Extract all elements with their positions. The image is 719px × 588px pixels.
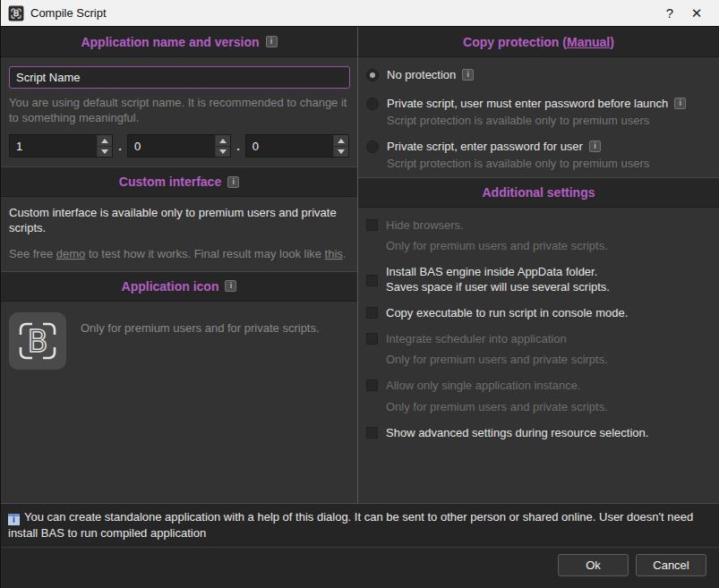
info-icon[interactable]: i <box>462 69 474 81</box>
additional-settings-body: Hide browsers. Only for premium users an… <box>358 208 719 444</box>
left-column: Application name and version i You are u… <box>1 27 358 503</box>
checkbox-label: Copy executable to run script in console… <box>386 306 628 320</box>
demo-text-post: . <box>343 247 347 260</box>
checkbox-advanced-settings[interactable]: Show advanced settings during resource s… <box>366 426 711 440</box>
manual-link[interactable]: Manual <box>567 35 610 49</box>
this-link[interactable]: this <box>325 247 343 260</box>
checkbox-premium-note: Only for premium users and private scrip… <box>386 400 711 413</box>
stepper-buttons[interactable] <box>97 135 112 157</box>
radio-no-protection[interactable]: No protectioni <box>366 68 711 81</box>
section-title: Application name and version <box>81 35 259 49</box>
radio-private-password-launch[interactable]: Private script, user must enter password… <box>366 97 711 110</box>
checkbox-console-mode[interactable]: Copy executable to run script in console… <box>366 306 711 320</box>
radio-label: Private script, user must enter password… <box>387 97 686 110</box>
checkbox-premium-note: Only for premium users and private scirp… <box>386 353 711 366</box>
checkbox-icon[interactable] <box>366 307 378 319</box>
arrow-down-icon <box>338 149 345 154</box>
checkbox-icon[interactable] <box>366 219 378 231</box>
custom-interface-text: Custom interface is available only to pr… <box>9 206 349 236</box>
titlebar: B Compile Script ? ✕ <box>1 0 719 27</box>
info-icon[interactable]: i <box>589 141 601 152</box>
version-minor-stepper[interactable]: 0 <box>127 134 231 158</box>
arrow-down-icon <box>101 149 108 154</box>
stepper-buttons[interactable] <box>215 135 230 157</box>
right-column: Copy protection (Manual) No protectioni … <box>358 27 719 503</box>
info-icon[interactable]: i <box>674 98 686 109</box>
version-dot: . <box>118 140 122 153</box>
checkbox-label-line2: Saves space if user will use several scr… <box>386 280 610 294</box>
svg-text:B: B <box>28 324 48 359</box>
custom-interface-body: Custom interface is available only to pr… <box>1 197 357 271</box>
arrow-up-icon <box>219 139 227 143</box>
stepper-up-button[interactable] <box>216 135 230 146</box>
demo-text-mid: to test how it works. Final result may l… <box>85 247 324 260</box>
stepper-up-button[interactable] <box>98 135 112 146</box>
checkbox-icon[interactable] <box>366 275 378 286</box>
version-patch-stepper[interactable]: 0 <box>245 134 349 158</box>
checkbox-premium-note: Only for premium users and private scrip… <box>386 239 711 252</box>
checkbox-label: Show advanced settings during resource s… <box>386 426 648 440</box>
stepper-down-button[interactable] <box>216 146 230 158</box>
version-row: 1 . 0 . <box>9 134 349 158</box>
stepper-buttons[interactable] <box>333 135 348 157</box>
version-major-stepper[interactable]: 1 <box>9 134 113 158</box>
radio-icon[interactable] <box>366 69 379 81</box>
stepper-up-button[interactable] <box>334 135 348 146</box>
radio-icon[interactable] <box>366 98 379 110</box>
dialog-info-bar: iYou can create standalone application w… <box>1 503 719 547</box>
arrow-down-icon <box>219 149 227 154</box>
compile-script-dialog: B Compile Script ? ✕ Application name an… <box>0 0 719 588</box>
info-icon[interactable]: i <box>227 176 239 188</box>
section-header-additional-settings: Additional settings <box>358 177 719 208</box>
copy-protection-body: No protectioni Private script, user must… <box>358 57 719 177</box>
stepper-down-button[interactable] <box>98 146 112 158</box>
checkbox-label: Hide browsers. <box>386 218 464 233</box>
custom-interface-demo-text: See free demo to test how it works. Fina… <box>9 247 349 262</box>
script-name-input[interactable] <box>9 66 350 89</box>
section-header-name-version: Application name and version i <box>1 27 357 57</box>
checkbox-label-line1: Install BAS engine inside AppData folder… <box>386 265 597 278</box>
dialog-footer: Ok Cancel <box>1 547 719 588</box>
radio-private-password-user[interactable]: Private script, enter password for useri <box>366 140 711 153</box>
main-area: Application name and version i You are u… <box>1 27 719 503</box>
checkbox-label: Install BAS engine inside AppData folder… <box>386 265 610 294</box>
section-title: Application icon <box>122 279 219 294</box>
application-icon-preview[interactable]: B <box>9 312 66 370</box>
app-logo-icon: B <box>8 5 24 21</box>
demo-link[interactable]: demo <box>56 247 86 260</box>
info-icon[interactable]: i <box>225 280 236 292</box>
svg-text:B: B <box>13 8 20 18</box>
tooltip-info-icon: i <box>8 514 20 525</box>
radio-label-text: Private script, user must enter password… <box>387 97 668 110</box>
close-button[interactable]: ✕ <box>683 2 710 25</box>
dialog-info-text: You can create standalone application wi… <box>8 510 693 540</box>
ok-button[interactable]: Ok <box>558 554 629 576</box>
application-icon-body: B Only for premium users and for private… <box>1 302 357 380</box>
demo-text-pre: See free <box>9 247 56 260</box>
section-title: Copy protection (Manual) <box>463 35 614 49</box>
help-button[interactable]: ? <box>656 2 683 25</box>
copy-protection-text: Copy protection ( <box>463 35 567 49</box>
checkbox-icon[interactable] <box>366 379 378 391</box>
radio-premium-note: Script protection is available only to p… <box>387 114 711 127</box>
cancel-button[interactable]: Cancel <box>636 554 706 576</box>
section-header-application-icon: Application icon i <box>1 271 357 302</box>
checkbox-hide-browsers[interactable]: Hide browsers. <box>366 218 711 233</box>
checkbox-integrate-scheduler[interactable]: Integrate scheduler into application <box>366 332 711 346</box>
script-name-hint: You are using default script name. It is… <box>9 96 354 125</box>
radio-premium-note: Script protection is available only to p… <box>387 157 711 170</box>
radio-label-text: No protection <box>387 68 456 81</box>
checkbox-label: Integrate scheduler into application <box>386 332 567 346</box>
section-header-custom-interface: Custom interface i <box>1 166 357 197</box>
checkbox-icon[interactable] <box>366 333 378 345</box>
checkbox-label: Allow only single application instance. <box>386 379 581 393</box>
checkbox-install-appdata[interactable]: Install BAS engine inside AppData folder… <box>366 265 711 294</box>
radio-icon[interactable] <box>366 141 379 153</box>
section-header-copy-protection: Copy protection (Manual) <box>358 27 719 57</box>
section-title: Custom interface <box>119 175 221 189</box>
checkbox-icon[interactable] <box>366 427 378 439</box>
window-title: Compile Script <box>30 6 107 20</box>
checkbox-single-instance[interactable]: Allow only single application instance. <box>366 379 711 393</box>
stepper-down-button[interactable] <box>334 146 348 158</box>
info-icon[interactable]: i <box>266 36 278 47</box>
